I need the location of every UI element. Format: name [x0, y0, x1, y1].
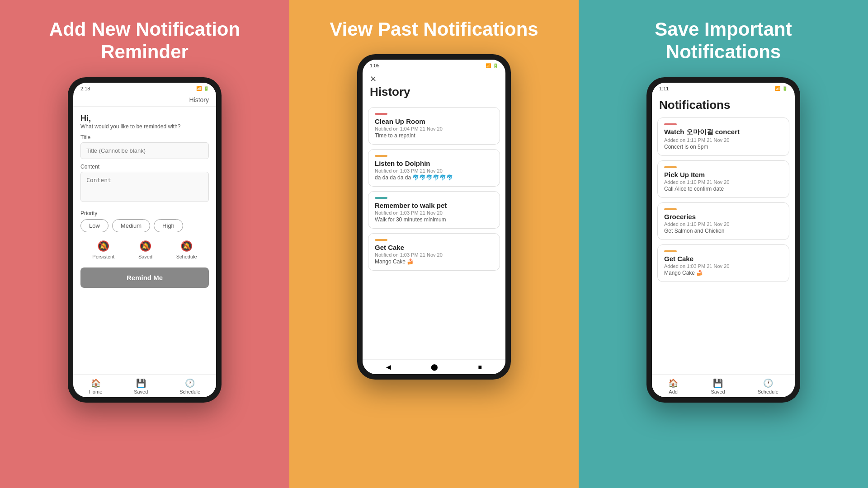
panel2-title: View Past Notifications: [330, 18, 538, 41]
bottom-nav-3: 🏠 Add 💾 Saved 🕐 Schedule: [652, 374, 795, 397]
panel3-title: Save ImportantNotifications: [655, 18, 792, 64]
nav-schedule[interactable]: 🕐 Schedule: [179, 378, 200, 394]
type-persistent[interactable]: 🔕 Persistent: [92, 240, 114, 259]
accent-orange-4: [375, 239, 387, 241]
status-icons-1: 📶 🔋: [196, 86, 209, 91]
saved-icon-3: 💾: [713, 378, 723, 388]
accent-red-1: [375, 113, 387, 115]
status-bar-1: 2:18 📶 🔋: [73, 83, 216, 94]
schedule-icon: 🔕: [180, 240, 193, 252]
priority-medium[interactable]: Medium: [112, 219, 150, 232]
schedule-icon-3: 🕐: [763, 378, 773, 388]
type-saved[interactable]: 🔕 Saved: [138, 240, 152, 259]
notification-types: 🔕 Persistent 🔕 Saved 🔕 Schedule: [80, 240, 209, 259]
saved-accent-orange-2: [664, 166, 677, 168]
content-field-group: Content: [80, 164, 209, 204]
nav-saved[interactable]: 💾 Saved: [134, 378, 148, 394]
status-bar-2: 1:05 📶 🔋: [363, 60, 505, 70]
saved-header: Notifications: [652, 94, 795, 115]
history-card-2: Listen to Dolphin Notified on 1:03 PM 21…: [368, 149, 500, 187]
history-screen: ✕ History Clean Up Room Notified on 1:04…: [363, 70, 505, 359]
home-icon: 🏠: [91, 378, 101, 388]
saved-accent-red-1: [664, 123, 677, 125]
bottom-nav-1: 🏠 Home 💾 Saved 🕐 Schedule: [73, 374, 216, 397]
history-list: Clean Up Room Notified on 1:04 PM 21 Nov…: [363, 103, 505, 359]
schedule-nav-icon: 🕐: [185, 378, 195, 388]
panel1-title: Add New NotificationReminder: [49, 18, 240, 64]
app-header-1: History: [73, 94, 216, 107]
nav-schedule-3[interactable]: 🕐 Schedule: [758, 378, 778, 394]
gesture-bar-2: ◀ ⬤ ■: [363, 359, 505, 374]
title-field-group: Title: [80, 134, 209, 159]
panel-save-notifications: Save ImportantNotifications 1:11 📶 🔋 Not…: [579, 0, 868, 488]
history-card-4: Get Cake Notified on 1:03 PM 21 Nov 20 M…: [368, 233, 500, 271]
status-time-3: 1:11: [659, 86, 669, 91]
priority-high[interactable]: High: [154, 219, 183, 232]
panel-add-notification: Add New NotificationReminder 2:18 📶 🔋 Hi…: [0, 0, 289, 488]
status-bar-3: 1:11 📶 🔋: [652, 83, 795, 94]
priority-section: Priority Low Medium High: [80, 210, 209, 232]
accent-orange-2: [375, 155, 387, 157]
phone1: 2:18 📶 🔋 History Hi, What would you like…: [68, 77, 222, 403]
saved-accent-orange-3: [664, 208, 677, 210]
greeting: Hi, What would you like to be reminded w…: [80, 114, 209, 130]
screen1-body: Hi, What would you like to be reminded w…: [73, 107, 216, 374]
saved-card-1: Watch 오마이걸 concert Added on 1:11 PM 21 N…: [657, 117, 789, 156]
status-time-2: 1:05: [370, 63, 379, 68]
history-header: ✕ History: [363, 70, 505, 103]
nav-add-3[interactable]: 🏠 Add: [668, 378, 678, 394]
content-input[interactable]: [80, 172, 209, 202]
history-title: History: [370, 85, 498, 99]
status-time-1: 2:18: [80, 86, 90, 91]
saved-screen: Notifications Watch 오마이걸 concert Added o…: [652, 94, 795, 374]
panel-view-notifications: View Past Notifications 1:05 📶 🔋 ✕ Histo…: [289, 0, 579, 488]
close-button[interactable]: ✕: [370, 75, 498, 83]
priority-low[interactable]: Low: [80, 219, 108, 232]
notifications-title: Notifications: [659, 98, 788, 112]
nav-home[interactable]: 🏠 Home: [89, 378, 102, 394]
phone2: 1:05 📶 🔋 ✕ History Clean Up Room Notif: [357, 54, 511, 380]
nav-saved-3[interactable]: 💾 Saved: [711, 378, 725, 394]
history-label: History: [189, 96, 209, 103]
remind-me-button[interactable]: Remind Me: [80, 267, 209, 288]
history-card-1: Clean Up Room Notified on 1:04 PM 21 Nov…: [368, 107, 500, 145]
saved-icon: 🔕: [139, 240, 151, 252]
saved-card-4: Get Cake Added on 1:03 PM 21 Nov 20 Mang…: [657, 244, 789, 282]
saved-card-2: Pick Up Item Added on 1:10 PM 21 Nov 20 …: [657, 160, 789, 198]
type-schedule[interactable]: 🔕 Schedule: [176, 240, 197, 259]
add-icon-3: 🏠: [668, 378, 678, 388]
saved-card-3: Groceries Added on 1:10 PM 21 Nov 20 Get…: [657, 202, 789, 240]
history-card-3: Remember to walk pet Notified on 1:03 PM…: [368, 191, 500, 229]
accent-green-3: [375, 197, 387, 199]
saved-accent-orange-4: [664, 250, 677, 252]
phone3: 1:11 📶 🔋 Notifications Watch 오마이걸 concer…: [646, 77, 800, 403]
title-input[interactable]: [80, 142, 209, 159]
priority-buttons: Low Medium High: [80, 219, 209, 232]
persistent-icon: 🔕: [97, 240, 109, 252]
saved-list: Watch 오마이걸 concert Added on 1:11 PM 21 N…: [652, 115, 795, 374]
saved-nav-icon: 💾: [136, 378, 146, 388]
